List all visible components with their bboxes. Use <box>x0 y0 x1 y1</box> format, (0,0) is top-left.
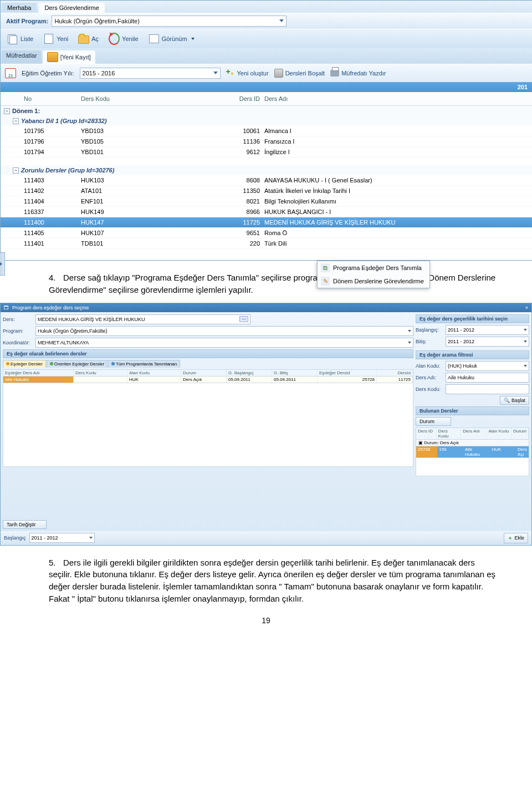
program-input[interactable]: Hukuk (Örgün Öğretim,Fakülte) <box>35 326 413 336</box>
active-program-select[interactable]: Hukuk (Örgün Öğretim,Fakülte) <box>52 16 287 27</box>
app2-left: Ders:MEDENİ HUKUKA GİRİŞ VE KİŞİLER HUKU… <box>3 314 413 529</box>
plus-star-icon <box>226 69 235 78</box>
col-ad[interactable]: Ders Adı <box>262 94 532 103</box>
app2-window: 🗔 Program ders eşdeğer ders seçme × Ders… <box>0 303 532 546</box>
dersleri-bosalt-link[interactable]: Dersleri Boşalt <box>274 69 325 78</box>
paragraph-4: 4.Derse sağ tıklayıp "Programa Eşdeğer D… <box>0 261 532 301</box>
page-number: 19 <box>0 609 532 633</box>
program-label: Program: <box>3 328 33 334</box>
folder-open-icon <box>78 33 89 44</box>
dot-icon <box>50 362 53 365</box>
koord-input[interactable]: MEHMET ALTUNKAYA <box>35 338 413 348</box>
group-sub[interactable]: −Yabancı Dil 1 (Grup Id=28332) <box>1 116 532 126</box>
lookup-icon[interactable]: ⋯ <box>239 316 248 322</box>
collapse-icon[interactable]: − <box>13 167 19 174</box>
koord-label: Koordinatör: <box>3 340 33 345</box>
table-row[interactable]: 111401TDB101220Türk Dili <box>1 238 532 249</box>
bulunan-empty <box>416 458 529 476</box>
calendar-icon: 23 <box>5 68 16 78</box>
esdeger-tabs: Eşdeğer Dersler Önerilen Eşdeğer Dersler… <box>3 360 413 368</box>
col-no[interactable]: No <box>22 94 79 103</box>
bulunan-section: Bulunan Dersler <box>416 406 529 415</box>
year-label: Eğitim Öğretim Yılı: <box>22 70 74 77</box>
printer-icon <box>330 70 339 77</box>
sub-tabs: Müfredatlar [Yeni Kayıt] <box>1 48 532 64</box>
plus-icon: ＋ <box>508 535 513 542</box>
col-kod[interactable]: Ders Kodu <box>79 94 155 103</box>
new-doc-icon <box>43 33 54 44</box>
tab-esdeger-dersler[interactable]: Eşdeğer Dersler <box>3 360 46 368</box>
table-row[interactable]: 101796YBD10511136Fransızca I <box>1 136 532 147</box>
table-row[interactable]: 101794YBD1019612İngilizce I <box>1 147 532 157</box>
app2-titlebar: 🗔 Program ders eşdeğer ders seçme × <box>1 303 531 312</box>
grid-body: −Dönem 1:−Yabancı Dil 1 (Grup Id=28332)1… <box>1 106 532 260</box>
table-row[interactable]: 101795YBD10310061Almanca I <box>1 126 532 136</box>
footer-baslangic-label: Başlangıç <box>4 535 26 541</box>
table-row[interactable]: 111403HUK1038608ANAYASA HUKUKU - I ( Gen… <box>1 175 532 186</box>
group-sub[interactable]: −Zorunlu Dersler (Grup Id=30276) <box>1 165 532 175</box>
collapse-icon[interactable]: − <box>13 118 19 124</box>
table-row[interactable]: 111404ENF1018021Bilgi Teknolojileri Kull… <box>1 196 532 207</box>
baslangic-select[interactable]: 2011 - 2012 <box>446 325 529 335</box>
grid-column-header: No Ders Kodu Ders ID Ders Adı <box>1 92 532 106</box>
program-link-icon: ⧉ <box>321 263 330 272</box>
paragraph-5: 5.Ders ile ilgili gerekli bilgiler giril… <box>0 546 532 609</box>
ac-button[interactable]: Aç <box>74 31 103 47</box>
ekle-button[interactable]: ＋Ekle <box>504 533 528 543</box>
tab-ders-gorevlendirme[interactable]: Ders Görevlendirme <box>39 3 104 13</box>
collapse-icon[interactable]: − <box>4 108 10 114</box>
bitis-select[interactable]: 2011 - 2012 <box>446 337 529 347</box>
filter-bar: 23 Eğitim Öğretim Yılı: 2015 - 2016 Yeni… <box>1 64 532 82</box>
dot-icon <box>111 362 115 365</box>
baslat-button[interactable]: 🔍Başlat <box>500 396 529 405</box>
list-icon <box>7 33 18 44</box>
yeni-olustur-link[interactable]: Yeni oluştur <box>226 69 269 78</box>
ders-input[interactable]: MEDENİ HUKUKA GİRİŞ VE KİŞİLER HUKUKU⋯ <box>35 314 250 324</box>
yeni-button[interactable]: Yeni <box>39 31 73 47</box>
caret-down-icon <box>191 38 195 40</box>
tab-onerilen[interactable]: Önerilen Eşdeğer Dersler <box>47 360 108 368</box>
esdeger-grid-row[interactable]: Aile HukukuHUKDers Açık05.09.201105.09.2… <box>3 376 413 383</box>
alan-kodu-select[interactable]: (HUK) Hukuk <box>446 361 529 371</box>
table-row[interactable]: 111402ATA10111350Atatürk İlkeleri ve İnk… <box>1 186 532 196</box>
dropdown-icon <box>408 342 411 344</box>
bulunan-row[interactable]: 25728156Aile HukukuHUKDers Açı <box>416 446 529 458</box>
tarih-degistir-button[interactable]: Tarih Değiştir <box>3 520 47 529</box>
ders-label: Ders: <box>3 317 33 322</box>
gorunum-button[interactable]: Görünüm <box>144 31 199 47</box>
expand-handle[interactable] <box>0 252 5 276</box>
close-icon[interactable]: × <box>525 305 528 311</box>
table-row[interactable]: 116337HUK1498966HUKUK BAŞLANGICI - I <box>1 207 532 217</box>
gecerlilik-section: Eş değer ders geçerlilik tarihini seçin <box>416 314 529 323</box>
liste-button[interactable]: Liste <box>3 31 38 47</box>
context-menu: ⧉Programa Eşdeğer Ders Tanımla ✎Dönem De… <box>317 261 430 288</box>
grid-icon <box>149 33 160 44</box>
table-row[interactable]: 111405HUK1079651Roma Ö <box>1 228 532 238</box>
app2-right: Eş değer ders geçerlilik tarihini seçin … <box>416 314 529 529</box>
app1-window: Merhaba Ders Görevlendirme Aktif Program… <box>0 0 532 261</box>
ders-adi-input[interactable]: Aile Hukuku <box>446 373 529 383</box>
subtab-mufredatlar[interactable]: Müfredatlar <box>2 50 42 64</box>
ctx-gorevlendirme[interactable]: ✎Dönem Derslerine Görevlendirme <box>318 274 429 288</box>
mufredati-yazdir-link[interactable]: Müfredatı Yazdır <box>330 70 386 77</box>
book-icon <box>47 52 58 62</box>
arama-filtresi-section: Eş değer arama filtresi <box>416 350 529 359</box>
col-id[interactable]: Ders ID <box>155 94 262 103</box>
yenile-button[interactable]: Yenile <box>104 31 143 47</box>
year-select[interactable]: 2015 - 2016 <box>80 68 221 79</box>
active-program-row: Aktif Program: Hukuk (Örgün Öğretim,Fakü… <box>1 13 532 29</box>
ctx-esdeger-tanimla[interactable]: ⧉Programa Eşdeğer Ders Tanımla <box>318 261 429 274</box>
footer-baslangic-select[interactable]: 2011 - 2012 <box>29 533 95 543</box>
group-donem[interactable]: −Dönem 1: <box>1 106 532 116</box>
search-icon: 🔍 <box>504 398 510 403</box>
table-row[interactable]: 111400HUK14711725MEDENİ HUKUKA GİRİŞ VE … <box>1 217 532 228</box>
durum-filter[interactable]: Durum <box>416 417 451 426</box>
refresh-icon <box>109 33 120 44</box>
ders-kodu-input[interactable] <box>446 384 529 394</box>
app2-footer: Başlangıç 2011 - 2012 ＋Ekle <box>1 531 531 545</box>
tab-tum-program[interactable]: Tüm Programlarda Tanımlanan <box>108 360 180 368</box>
dropdown-icon <box>408 330 411 332</box>
subtab-yeni-kayit[interactable]: [Yeni Kayıt] <box>43 50 95 64</box>
tab-merhaba[interactable]: Merhaba <box>2 3 37 13</box>
trash-icon <box>274 69 283 78</box>
